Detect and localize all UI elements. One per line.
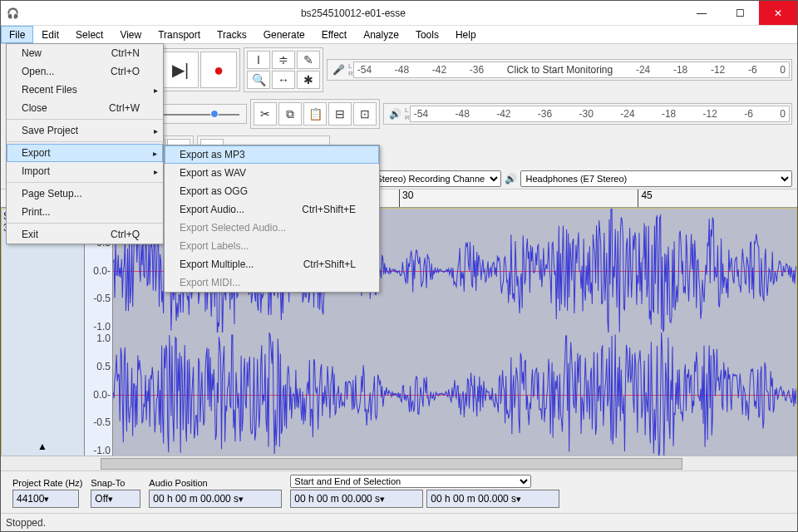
menuitem-exit[interactable]: ExitCtrl+Q bbox=[7, 225, 163, 244]
menuitem-recent-files[interactable]: Recent Files bbox=[7, 81, 163, 99]
maximize-button[interactable]: ☐ bbox=[721, 1, 759, 25]
amplitude-scale: 1.00.50.0--0.5-1.0 bbox=[85, 332, 113, 456]
close-button[interactable]: ✕ bbox=[759, 1, 797, 25]
speaker-icon: 🔊 bbox=[386, 108, 405, 120]
app-window: 🎧 bs254510012-e01-esse — ☐ ✕ File Edit S… bbox=[0, 0, 798, 532]
menuitem-open-[interactable]: Open...Ctrl+O bbox=[7, 62, 163, 81]
draw-tool[interactable]: ✎ bbox=[297, 51, 320, 69]
snap-to-select[interactable]: Off ▾ bbox=[91, 490, 140, 508]
menubar: File Edit Select View Transport Tracks G… bbox=[1, 26, 797, 44]
selection-label: Start and End of Selection bbox=[290, 475, 559, 488]
multi-tool[interactable]: ✱ bbox=[297, 71, 320, 89]
menuitem-export-labels-: Export Labels... bbox=[165, 237, 379, 255]
paste-button[interactable]: 📋 bbox=[303, 102, 327, 126]
menuitem-print-[interactable]: Print... bbox=[7, 203, 163, 221]
selection-mode-select[interactable]: Start and End of Selection bbox=[290, 475, 531, 488]
menu-help[interactable]: Help bbox=[447, 26, 485, 43]
menuitem-new[interactable]: NewCtrl+N bbox=[7, 44, 163, 62]
audio-track[interactable]: Stereo, 44100Hz 32-bit float ▲ 1.00.50.0… bbox=[1, 208, 797, 456]
file-menu-dropdown: NewCtrl+NOpen...Ctrl+ORecent FilesCloseC… bbox=[6, 43, 164, 244]
menu-tools[interactable]: Tools bbox=[407, 26, 447, 43]
project-rate-label: Project Rate (Hz) bbox=[12, 478, 82, 488]
statusbar: Stopped. bbox=[1, 513, 797, 531]
app-icon: 🎧 bbox=[1, 7, 24, 19]
timeshift-tool[interactable]: ↔ bbox=[272, 71, 295, 89]
menuitem-export-as-mp3[interactable]: Export as MP3 bbox=[165, 145, 379, 164]
menuitem-close[interactable]: CloseCtrl+W bbox=[7, 99, 163, 117]
menu-select[interactable]: Select bbox=[67, 26, 111, 43]
selection-toolbar: Project Rate (Hz) 44100 ▾ Snap-To Off ▾ … bbox=[1, 470, 797, 513]
snap-to-label: Snap-To bbox=[91, 478, 140, 488]
menuitem-export-midi-: Export MIDI... bbox=[165, 273, 379, 292]
project-rate-select[interactable]: 44100 ▾ bbox=[12, 490, 79, 508]
menuitem-export-selected-audio-: Export Selected Audio... bbox=[165, 219, 379, 237]
record-button[interactable]: ● bbox=[200, 52, 237, 88]
scrollbar-thumb[interactable] bbox=[101, 458, 682, 470]
rec-meter: 🎤 LR -54-48-42-36Click to Start Monitori… bbox=[327, 59, 792, 81]
menu-view[interactable]: View bbox=[111, 26, 150, 43]
audio-position-field[interactable]: 00 h 00 m 00.000 s▾ bbox=[149, 490, 282, 508]
mic-icon: 🎤 bbox=[329, 64, 348, 76]
menuitem-export[interactable]: Export bbox=[7, 144, 163, 162]
tracks-area: Stereo, 44100Hz 32-bit float ▲ 1.00.50.0… bbox=[1, 208, 797, 456]
playback-device-select[interactable]: Headphones (E7 Stereo) bbox=[520, 170, 793, 187]
menuitem-export-audio-[interactable]: Export Audio...Ctrl+Shift+E bbox=[165, 200, 379, 219]
play-meter: 🔊 LR -54-48-42-36-30-24-18-12-60 bbox=[383, 103, 792, 125]
menu-generate[interactable]: Generate bbox=[255, 26, 313, 43]
silence-button[interactable]: ⊡ bbox=[353, 102, 377, 126]
playback-meter[interactable]: -54-48-42-36-30-24-18-12-60 bbox=[410, 106, 790, 122]
track-control-panel[interactable]: Stereo, 44100Hz 32-bit float ▲ bbox=[2, 209, 85, 456]
menu-effect[interactable]: Effect bbox=[313, 26, 355, 43]
menu-file[interactable]: File bbox=[1, 26, 33, 43]
selection-tool[interactable]: I bbox=[247, 51, 270, 69]
window-buttons: — ☐ ✕ bbox=[682, 1, 797, 25]
audio-position-label: Audio Position bbox=[149, 478, 282, 488]
cut-button[interactable]: ✂ bbox=[254, 102, 277, 126]
menu-analyze[interactable]: Analyze bbox=[355, 26, 407, 43]
menuitem-export-as-ogg[interactable]: Export as OGG bbox=[165, 182, 379, 200]
menu-tracks[interactable]: Tracks bbox=[209, 26, 255, 43]
menuitem-export-multiple-[interactable]: Export Multiple...Ctrl+Shift+L bbox=[165, 255, 379, 273]
minimize-button[interactable]: — bbox=[682, 1, 721, 25]
horizontal-scrollbar[interactable] bbox=[1, 456, 797, 470]
copy-button[interactable]: ⧉ bbox=[278, 102, 302, 126]
selection-end-field[interactable]: 00 h 00 m 00.000 s▾ bbox=[426, 490, 559, 508]
menuitem-page-setup-[interactable]: Page Setup... bbox=[7, 185, 163, 203]
edit-toolbar: ✂ ⧉ 📋 ⊟ ⊡ bbox=[250, 99, 380, 129]
waveform-right[interactable] bbox=[113, 332, 796, 456]
tools-toolbar: I ≑ ✎ 🔍 ↔ ✱ bbox=[244, 47, 323, 92]
export-submenu-dropdown: Export as MP3Export as WAVExport as OGGE… bbox=[164, 145, 380, 293]
channels-select[interactable]: 2 (Stereo) Recording Channel bbox=[360, 170, 501, 187]
zoom-tool[interactable]: 🔍 bbox=[247, 71, 270, 89]
menu-transport[interactable]: Transport bbox=[150, 26, 209, 43]
trim-button[interactable]: ⊟ bbox=[328, 102, 352, 126]
speaker-icon: 🔊 bbox=[505, 173, 517, 185]
status-text: Stopped. bbox=[6, 517, 46, 529]
menuitem-export-as-wav[interactable]: Export as WAV bbox=[165, 164, 379, 182]
titlebar: 🎧 bs254510012-e01-esse — ☐ ✕ bbox=[1, 1, 797, 26]
menuitem-save-project[interactable]: Save Project bbox=[7, 121, 163, 140]
window-title: bs254510012-e01-esse bbox=[24, 7, 682, 19]
collapse-icon[interactable]: ▲ bbox=[37, 441, 47, 452]
recording-meter[interactable]: -54-48-42-36Click to Start Monitoring-24… bbox=[353, 62, 790, 78]
envelope-tool[interactable]: ≑ bbox=[272, 51, 295, 69]
menuitem-import[interactable]: Import bbox=[7, 162, 163, 180]
menu-edit[interactable]: Edit bbox=[33, 26, 67, 43]
skip-end-button[interactable]: ▶| bbox=[162, 52, 199, 88]
selection-start-field[interactable]: 00 h 00 m 00.000 s▾ bbox=[290, 490, 423, 508]
